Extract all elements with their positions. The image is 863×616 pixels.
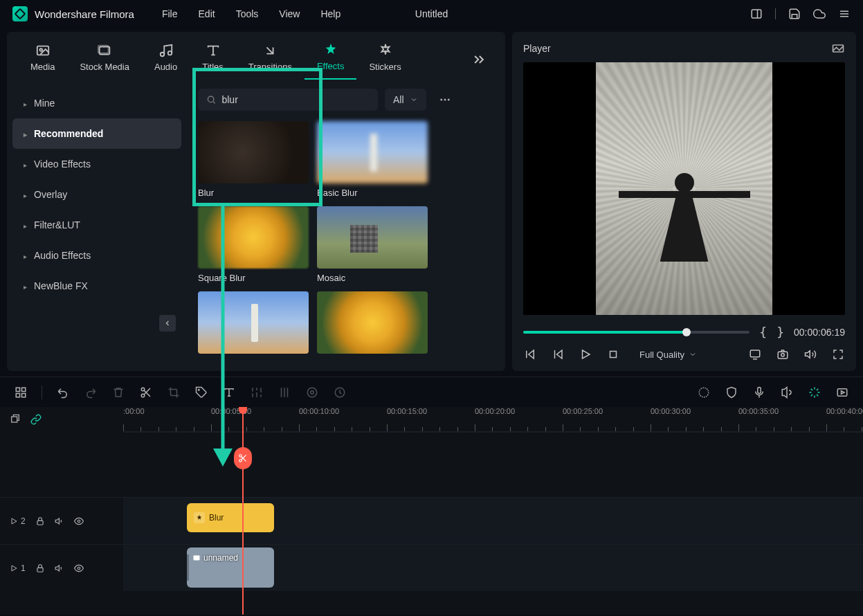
quality-dropdown[interactable]: Full Quality — [639, 350, 697, 360]
effect-track[interactable]: Blur — [123, 497, 863, 544]
volume-button[interactable] — [803, 347, 817, 361]
adjust-button[interactable] — [250, 386, 264, 399]
tab-transitions[interactable]: Transitions — [236, 39, 305, 79]
sidebar-item-label: Audio Effects — [34, 250, 91, 261]
lock-icon[interactable] — [35, 516, 45, 526]
menu-tools[interactable]: Tools — [236, 8, 259, 19]
mute-icon[interactable] — [55, 563, 64, 573]
effect-clip[interactable]: Blur — [187, 503, 274, 532]
chevron-right-icon — [24, 98, 27, 109]
ruler-label: 00:00:25:00 — [563, 407, 603, 415]
effect-item-blur[interactable]: Blur — [198, 121, 309, 198]
menu-file[interactable]: File — [162, 8, 178, 19]
progress-fill — [523, 331, 687, 334]
sidebar-item-audio-effects[interactable]: Audio Effects — [12, 240, 181, 271]
playhead[interactable] — [242, 407, 244, 615]
titlebar: Wondershare Filmora File Edit Tools View… — [0, 0, 863, 28]
more-options-button[interactable] — [433, 88, 457, 111]
screen-record-button[interactable] — [748, 347, 762, 361]
svg-rect-23 — [750, 350, 760, 357]
expand-icon[interactable] — [464, 47, 494, 72]
library-tabs: Media Stock Media Audio Titles Transitio… — [7, 32, 505, 80]
timeline-ruler[interactable]: :00:0000:00:05:0000:00:10:0000:00:15:000… — [123, 407, 863, 432]
progress-thumb[interactable] — [682, 328, 691, 336]
mute-icon[interactable] — [55, 516, 64, 526]
video-clip-label: unnamed — [203, 553, 238, 563]
voiceover-button[interactable] — [752, 386, 766, 399]
tab-audio[interactable]: Audio — [142, 39, 190, 79]
delete-button[interactable] — [111, 386, 125, 399]
effect-item-basic-blur[interactable]: Basic Blur — [317, 121, 428, 198]
filter-dropdown[interactable]: All — [385, 89, 426, 111]
search-box[interactable] — [198, 89, 378, 111]
mixer-button[interactable] — [278, 386, 291, 399]
color-wheel-button[interactable] — [697, 386, 711, 399]
menu-view[interactable]: View — [279, 8, 300, 19]
add-track-button[interactable] — [14, 386, 28, 399]
collapse-sidebar-button[interactable] — [159, 315, 176, 332]
ruler-label: :00:00 — [123, 407, 145, 415]
fullscreen-button[interactable] — [831, 347, 845, 361]
sidebar-item-mine[interactable]: Mine — [12, 88, 181, 118]
sidebar-item-video-effects[interactable]: Video Effects — [12, 149, 181, 179]
layers-icon[interactable] — [10, 414, 21, 425]
split-button[interactable] — [139, 386, 153, 399]
shield-button[interactable] — [725, 386, 738, 399]
effect-item-square-blur[interactable]: Square Blur — [198, 206, 309, 283]
text-button[interactable] — [222, 386, 236, 399]
crop-button[interactable] — [167, 386, 181, 399]
sidebar-item-overlay[interactable]: Overlay — [12, 179, 181, 210]
preview-area[interactable] — [523, 62, 845, 315]
effect-item[interactable] — [198, 291, 309, 358]
prev-frame-button[interactable] — [523, 347, 537, 361]
cloud-icon[interactable] — [813, 8, 826, 20]
save-icon[interactable] — [788, 8, 801, 20]
tracks-area[interactable]: :00:0000:00:05:0000:00:10:0000:00:15:000… — [123, 407, 863, 615]
hamburger-icon[interactable] — [838, 8, 851, 20]
audio-mixer-button[interactable] — [780, 386, 794, 399]
render-button[interactable] — [808, 386, 821, 399]
tab-stock-media[interactable]: Stock Media — [67, 39, 142, 79]
effect-item-mosaic[interactable]: Mosaic — [317, 206, 428, 283]
undo-button[interactable] — [56, 386, 70, 399]
eye-icon[interactable] — [74, 563, 84, 573]
export-button[interactable] — [835, 386, 849, 399]
progress-bar[interactable] — [523, 331, 750, 334]
play-button[interactable] — [579, 347, 592, 361]
video-clip[interactable]: unnamed — [187, 547, 274, 588]
sidebar-item-newblue-fx[interactable]: NewBlue FX — [12, 271, 181, 301]
ruler-label: 00:00:30:00 — [651, 407, 691, 415]
snapshot-button[interactable] — [776, 347, 790, 361]
mark-in-button[interactable]: { — [759, 325, 767, 339]
titlebar-right — [750, 8, 851, 20]
effect-item[interactable] — [317, 291, 428, 358]
eye-icon[interactable] — [74, 516, 84, 526]
tab-stickers[interactable]: Stickers — [356, 39, 413, 79]
link-icon[interactable] — [30, 414, 42, 425]
sidebar-item-filter-lut[interactable]: Filter&LUT — [12, 210, 181, 240]
scope-icon[interactable] — [831, 42, 845, 55]
stop-button[interactable] — [606, 347, 620, 361]
redo-button[interactable] — [84, 386, 98, 399]
svg-point-47 — [311, 390, 314, 394]
scissors-icon[interactable] — [234, 447, 252, 469]
record-button[interactable] — [305, 386, 319, 399]
tab-media[interactable]: Media — [18, 39, 67, 79]
speed-button[interactable] — [333, 386, 347, 399]
svg-point-57 — [78, 520, 80, 523]
lock-icon[interactable] — [35, 563, 45, 573]
step-back-button[interactable] — [551, 347, 565, 361]
sidebar-item-label: Mine — [34, 98, 55, 109]
svg-point-32 — [141, 388, 145, 391]
sidebar-item-recommended[interactable]: Recommended — [12, 118, 181, 149]
mark-out-button[interactable]: } — [776, 325, 784, 339]
marker-button[interactable] — [194, 386, 208, 399]
search-input[interactable] — [221, 94, 370, 105]
layout-icon[interactable] — [750, 8, 763, 20]
tab-effects[interactable]: Effects — [305, 39, 357, 80]
video-track[interactable]: unnamed — [123, 544, 863, 591]
menu-help[interactable]: Help — [320, 8, 340, 19]
tab-titles[interactable]: Titles — [190, 39, 236, 79]
menu-edit[interactable]: Edit — [199, 8, 215, 19]
timeline: 2 1 :00:0000:00:05:0000:00:10:0000:00:15… — [0, 407, 863, 615]
